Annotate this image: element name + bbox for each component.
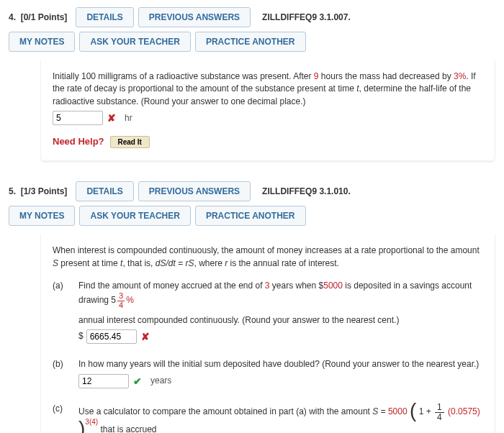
dollar-sign: $ <box>78 330 84 342</box>
q5a-t2: years when $ <box>270 281 324 291</box>
my-notes-button[interactable]: MY NOTES <box>9 32 75 52</box>
q5a-t5: annual interest compounded continuously.… <box>78 314 483 327</box>
q5c-exp: 3(4) <box>85 418 98 426</box>
q5b-label: (b) <box>53 358 68 393</box>
q5a-t1: Find the amount of money accrued at the … <box>78 281 265 291</box>
q5c-line1: Use a calculator to compare the amount o… <box>78 403 483 433</box>
cfrac-den: 4 <box>435 413 444 422</box>
q5a-pct: % <box>126 296 134 306</box>
q5-number: 5. [1/3 Points] <box>9 186 67 196</box>
q5c-plus: + <box>423 406 433 416</box>
q5-S: S <box>53 258 58 268</box>
q5a-prompt: Find the amount of money accrued at the … <box>78 280 483 309</box>
q4-num: 4. <box>9 12 16 22</box>
practice-another-button[interactable]: PRACTICE ANOTHER <box>195 206 306 226</box>
rparen-icon: ) <box>78 417 85 433</box>
wrong-icon: ✘ <box>107 111 116 125</box>
previous-answers-button[interactable]: PREVIOUS ANSWERS <box>138 7 251 27</box>
q4-unit: hr <box>125 112 132 124</box>
q5-i3: , that is, <box>122 258 155 268</box>
need-help-label: Need Help? <box>53 135 104 149</box>
practice-another-button[interactable]: PRACTICE ANOTHER <box>195 32 306 52</box>
q5-i5: is the annual rate of interest. <box>228 258 339 268</box>
read-it-button[interactable]: Read It <box>110 136 150 148</box>
q5a-frac: 34 <box>117 292 125 309</box>
q5a-answer-input[interactable] <box>86 329 137 344</box>
question-5: 5. [1/3 Points] DETAILS PREVIOUS ANSWERS… <box>9 181 495 433</box>
q5-body: When interest is compounded continuously… <box>40 234 495 433</box>
q4-points: [0/1 Points] <box>21 12 68 22</box>
q4-t1: Initially 100 milligrams of a radioactiv… <box>53 71 314 81</box>
q5-i2: present at time <box>58 258 120 268</box>
details-button[interactable]: DETAILS <box>76 7 133 27</box>
q5c-base: 5000 <box>388 406 408 416</box>
q5c-frac: 14 <box>435 403 444 421</box>
question-4-header-2: MY NOTES ASK YOUR TEACHER PRACTICE ANOTH… <box>9 32 495 56</box>
my-notes-button[interactable]: MY NOTES <box>9 206 75 226</box>
q5c-t2: that is accrued <box>100 424 156 433</box>
need-help-row-q4: Need Help? Read It <box>53 135 483 149</box>
q5-num: 5. <box>9 186 16 196</box>
q4-percent: 3% <box>454 71 466 81</box>
q5b-answer-input[interactable] <box>78 374 129 388</box>
q5-ref: ZILLDIFFEQ9 3.1.010. <box>262 186 351 196</box>
question-4: 4. [0/1 Points] DETAILS PREVIOUS ANSWERS… <box>9 7 495 161</box>
q5c-content: Use a calculator to compare the amount o… <box>78 403 483 433</box>
q5-i4: , where <box>194 258 225 268</box>
ask-teacher-button[interactable]: ASK YOUR TEACHER <box>79 206 190 226</box>
q5c-t1: Use a calculator to compare the amount o… <box>78 406 372 416</box>
question-5-header: 5. [1/3 Points] DETAILS PREVIOUS ANSWERS… <box>9 181 495 206</box>
q4-answer-input[interactable] <box>53 111 103 125</box>
previous-answers-button[interactable]: PREVIOUS ANSWERS <box>138 181 251 201</box>
lparen-icon: ( <box>410 399 416 421</box>
q4-hours: 9 <box>314 71 319 81</box>
q5a-deposit: 5000 <box>323 281 343 291</box>
q4-number: 4. [0/1 Points] <box>9 12 67 22</box>
q5-part-c: (c) Use a calculator to compare the amou… <box>53 403 483 433</box>
q5b-prompt: In how many years will the initial sum d… <box>78 358 483 370</box>
q5-intro: When interest is compounded continuously… <box>53 245 483 270</box>
q5-i1: When interest is compounded continuously… <box>53 245 480 255</box>
q5a-answer-row: $ ✘ <box>78 329 483 344</box>
ask-teacher-button[interactable]: ASK YOUR TEACHER <box>79 32 190 52</box>
q5-eq: dS/dt = rS <box>156 258 194 268</box>
q4-t2: hours the mass had decreased by <box>319 71 454 81</box>
q5c-rate: (0.0575) <box>448 406 480 416</box>
q5-part-b: (b) In how many years will the initial s… <box>53 358 483 393</box>
q5c-eqS: S = <box>372 406 388 416</box>
q5c-label: (c) <box>53 403 68 433</box>
q5a-label: (a) <box>53 280 68 348</box>
wrong-icon: ✘ <box>141 329 150 344</box>
q4-body: Initially 100 milligrams of a radioactiv… <box>40 60 495 161</box>
q5b-answer-row: ✔ years <box>78 374 483 388</box>
q5b-content: In how many years will the initial sum d… <box>78 358 483 393</box>
correct-icon: ✔ <box>133 374 142 388</box>
q5a-years: 3 <box>265 281 270 291</box>
q5a-content: Find the amount of money accrued at the … <box>78 280 483 348</box>
q5b-unit: years <box>150 375 171 387</box>
cfrac-num: 1 <box>435 403 444 413</box>
q4-prompt: Initially 100 milligrams of a radioactiv… <box>53 70 483 108</box>
q5-part-a: (a) Find the amount of money accrued at … <box>53 280 483 348</box>
question-5-header-2: MY NOTES ASK YOUR TEACHER PRACTICE ANOTH… <box>9 206 495 230</box>
q4-answer-row: ✘ hr <box>53 111 483 125</box>
details-button[interactable]: DETAILS <box>76 181 133 201</box>
q4-ref: ZILLDIFFEQ9 3.1.007. <box>262 12 351 22</box>
q5-points: [1/3 Points] <box>21 186 68 196</box>
question-4-header: 4. [0/1 Points] DETAILS PREVIOUS ANSWERS… <box>9 7 495 32</box>
frac-den: 4 <box>117 301 125 310</box>
